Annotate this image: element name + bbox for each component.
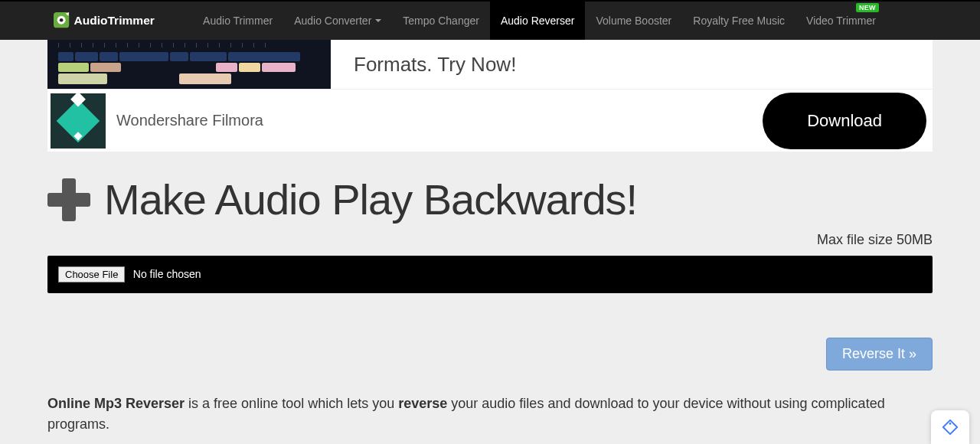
nav-label: Audio Trimmer <box>203 15 273 27</box>
reverse-it-button[interactable]: Reverse It » <box>826 338 933 371</box>
ad-banner: Formats. Try Now! Wondershare Filmora Do… <box>47 40 933 152</box>
max-file-size-note: Max file size 50MB <box>47 232 933 248</box>
tag-icon <box>942 419 959 436</box>
ad-screenshot <box>47 40 331 89</box>
nav-label: Tempo Changer <box>403 15 479 27</box>
file-status-text: No file chosen <box>133 268 201 280</box>
new-badge: NEW <box>856 3 879 12</box>
page-description: Online Mp3 Reverser is a free online too… <box>47 393 933 435</box>
nav-volume-booster[interactable]: Volume Booster <box>585 2 682 40</box>
desc-bold-2: reverse <box>398 396 447 411</box>
svg-point-2 <box>60 18 64 22</box>
desc-bold-1: Online Mp3 Reverser <box>47 396 185 411</box>
nav-tempo-changer[interactable]: Tempo Changer <box>392 2 490 40</box>
file-input-bar: Choose File No file chosen <box>47 256 933 293</box>
nav-audio-reverser[interactable]: Audio Reverser <box>490 2 586 40</box>
nav-label: Royalty Free Music <box>693 15 785 27</box>
nav-label: Volume Booster <box>596 15 671 27</box>
ad-headline: Formats. Try Now! <box>331 53 516 77</box>
nav-audio-converter[interactable]: Audio Converter <box>283 2 392 40</box>
nav-label: Audio Reverser <box>501 15 575 27</box>
nav-label: Video Trimmer <box>806 15 876 27</box>
chevron-down-icon <box>375 19 381 22</box>
nav-video-trimmer[interactable]: Video Trimmer NEW <box>795 2 887 40</box>
navbar: AudioTrimmer Audio Trimmer Audio Convert… <box>0 0 980 40</box>
desc-text: is a free online tool which lets you <box>185 396 398 411</box>
choose-file-button[interactable]: Choose File <box>58 266 125 282</box>
svg-point-4 <box>949 423 952 425</box>
plus-icon <box>47 178 90 221</box>
svg-text:AudioTrimmer: AudioTrimmer <box>74 14 154 27</box>
ad-product-name: Wondershare Filmora <box>116 112 763 129</box>
ad-product-icon <box>51 93 106 149</box>
price-tag-widget[interactable] <box>931 410 969 444</box>
nav-label: Audio Converter <box>294 15 371 27</box>
nav-royalty-free-music[interactable]: Royalty Free Music <box>682 2 795 40</box>
brand-logo[interactable]: AudioTrimmer <box>54 8 185 33</box>
ad-download-button[interactable]: Download <box>763 93 926 149</box>
page-title: Make Audio Play Backwards! <box>104 175 637 224</box>
nav-audio-trimmer[interactable]: Audio Trimmer <box>192 2 283 40</box>
